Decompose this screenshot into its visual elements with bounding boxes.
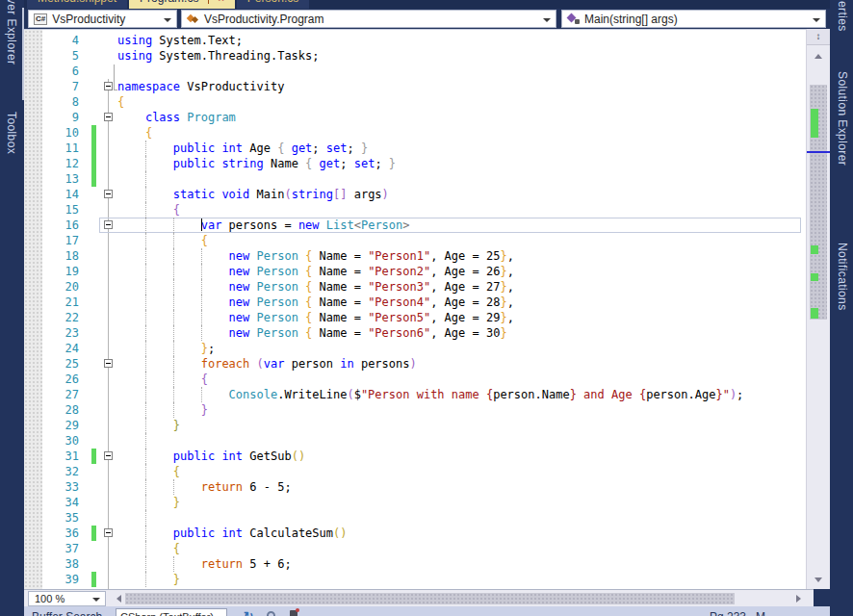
- tab-label: Method.snippet: [38, 0, 116, 5]
- rail-tab-notifications[interactable]: Notifications: [836, 243, 849, 311]
- code-line[interactable]: [116, 510, 801, 526]
- code-line[interactable]: new Person { Name = "Person2", Age = 26}…: [116, 264, 801, 279]
- code-token: (: [284, 188, 291, 201]
- member-dropdown[interactable]: Main(string[] args): [561, 10, 826, 28]
- line-number: 23: [42, 325, 91, 341]
- scroll-up-arrow-icon[interactable]: [814, 50, 822, 59]
- code-token: }: [201, 403, 208, 417]
- code-editor[interactable]: 4using System.Text;5using System.Threadi…: [24, 29, 826, 589]
- code-token: foreach: [201, 357, 250, 371]
- scroll-left-arrow-icon[interactable]: [113, 595, 121, 603]
- code-token: }: [173, 573, 180, 586]
- code-token: ): [340, 526, 347, 540]
- code-line[interactable]: }: [116, 418, 801, 433]
- line-number: 34: [42, 495, 91, 510]
- line-number: 39: [42, 572, 91, 587]
- code-token: {: [173, 465, 180, 478]
- horizontal-scrollbar-thumb[interactable]: [125, 593, 735, 604]
- code-line[interactable]: new Person { Name = "Person6", Age = 30}: [116, 325, 801, 341]
- code-line[interactable]: {: [116, 233, 801, 248]
- code-line[interactable]: public int GetSub(): [116, 449, 801, 464]
- code-line[interactable]: {: [116, 94, 801, 110]
- zoom-dropdown[interactable]: 100 %: [28, 591, 106, 606]
- code-token: [312, 157, 319, 170]
- fold-toggle[interactable]: [104, 113, 113, 121]
- code-line[interactable]: }: [116, 402, 801, 418]
- code-line[interactable]: static void Main(string[] args): [116, 187, 801, 202]
- code-line[interactable]: {: [116, 125, 801, 141]
- code-line[interactable]: public int Age { get; set; }: [116, 141, 801, 156]
- code-token: [249, 280, 256, 294]
- globe-icon[interactable]: [267, 611, 275, 616]
- code-line[interactable]: {: [116, 464, 801, 479]
- code-line[interactable]: [116, 171, 801, 187]
- line-number: 13: [42, 171, 91, 187]
- split-editor-handle[interactable]: ↕: [807, 29, 830, 45]
- code-line[interactable]: }: [116, 572, 801, 587]
- code-line[interactable]: new Person { Name = "Person5", Age = 29}…: [116, 310, 801, 325]
- code-line[interactable]: foreach (var person in persons): [116, 356, 801, 372]
- rail-accent-line: [22, 8, 24, 100]
- rail-tab-solution-explorer[interactable]: Solution Explorer: [836, 71, 849, 166]
- code-line[interactable]: class Program: [116, 110, 801, 125]
- change-tracking-bar: [91, 141, 96, 156]
- code-line[interactable]: namespace VsProductivity: [116, 79, 801, 94]
- fold-toggle[interactable]: [104, 82, 113, 90]
- flag-icon[interactable]: [290, 610, 297, 616]
- refresh-icon[interactable]: ↻: [244, 609, 253, 616]
- rail-tab-server-explorer[interactable]: Server Explorer: [5, 0, 18, 64]
- code-line[interactable]: [116, 64, 801, 79]
- code-token: ,: [507, 295, 514, 309]
- pin-icon[interactable]: [204, 0, 212, 4]
- rail-tab-toolbox[interactable]: Toolbox: [5, 112, 18, 154]
- code-line[interactable]: [116, 433, 801, 449]
- tab-person-cs[interactable]: Person.cs: [237, 0, 309, 9]
- code-line[interactable]: return 6 - 5;: [116, 479, 801, 495]
- code-token: ,: [507, 311, 514, 324]
- code-line[interactable]: public int CalculateSum(): [116, 526, 801, 541]
- fold-toggle[interactable]: [104, 359, 113, 368]
- code-line[interactable]: {: [116, 541, 801, 556]
- code-line[interactable]: };: [116, 341, 801, 356]
- code-line[interactable]: new Person { Name = "Person3", Age = 27}…: [116, 279, 801, 295]
- chevron-down-icon: [92, 598, 100, 605]
- scroll-down-arrow-icon[interactable]: [814, 578, 822, 586]
- code-line[interactable]: using System.Text;: [116, 33, 801, 48]
- chevron-down-icon: [543, 18, 551, 26]
- vertical-scrollbar[interactable]: ↕: [806, 29, 830, 589]
- tab-program-cs[interactable]: Program.cs ×: [129, 0, 235, 9]
- code-line[interactable]: {: [116, 202, 801, 218]
- rail-tab-properties[interactable]: Properties: [836, 0, 849, 32]
- code-line[interactable]: new Person { Name = "Person1", Age = 25}…: [116, 248, 801, 264]
- type-dropdown[interactable]: VsProductivity.Program: [181, 10, 556, 28]
- project-dropdown[interactable]: C# VsProductivity: [28, 10, 177, 28]
- indent-guide: [173, 479, 174, 495]
- code-token: (: [257, 357, 264, 371]
- code-line[interactable]: return 5 + 6;: [116, 556, 801, 572]
- code-text: [117, 403, 201, 417]
- code-line[interactable]: new Person { Name = "Person4", Age = 28}…: [116, 295, 801, 310]
- content-type-dropdown[interactable]: CSharp (TextBuffer): [116, 608, 227, 616]
- tab-method-snippet[interactable]: Method.snippet: [27, 0, 127, 9]
- code-token: new: [229, 326, 250, 340]
- fold-toggle[interactable]: [104, 451, 113, 460]
- code-line[interactable]: {: [116, 372, 801, 387]
- fold-toggle[interactable]: [104, 528, 113, 537]
- indent-guide: [145, 387, 146, 402]
- fold-toggle[interactable]: [104, 220, 113, 229]
- scroll-right-arrow-icon[interactable]: [796, 595, 805, 603]
- code-line[interactable]: public string Name { get; set; }: [116, 156, 801, 171]
- code-line[interactable]: Console.WriteLine($"Person with name {pe…: [116, 387, 801, 402]
- breakpoint-margin[interactable]: [24, 30, 42, 589]
- indent-guide: [145, 510, 146, 526]
- close-icon[interactable]: ×: [218, 0, 223, 3]
- code-token: 5 + 6;: [243, 557, 292, 571]
- indent-guide: [145, 187, 146, 202]
- fold-toggle[interactable]: [104, 190, 113, 198]
- code-line[interactable]: var persons = new List<Person>: [116, 218, 801, 233]
- code-token: ): [382, 188, 389, 201]
- indent-guide: [145, 341, 146, 356]
- code-line[interactable]: using System.Threading.Tasks;: [116, 48, 801, 64]
- code-line[interactable]: }: [116, 495, 801, 510]
- scrollbar-change-mark: [811, 109, 818, 138]
